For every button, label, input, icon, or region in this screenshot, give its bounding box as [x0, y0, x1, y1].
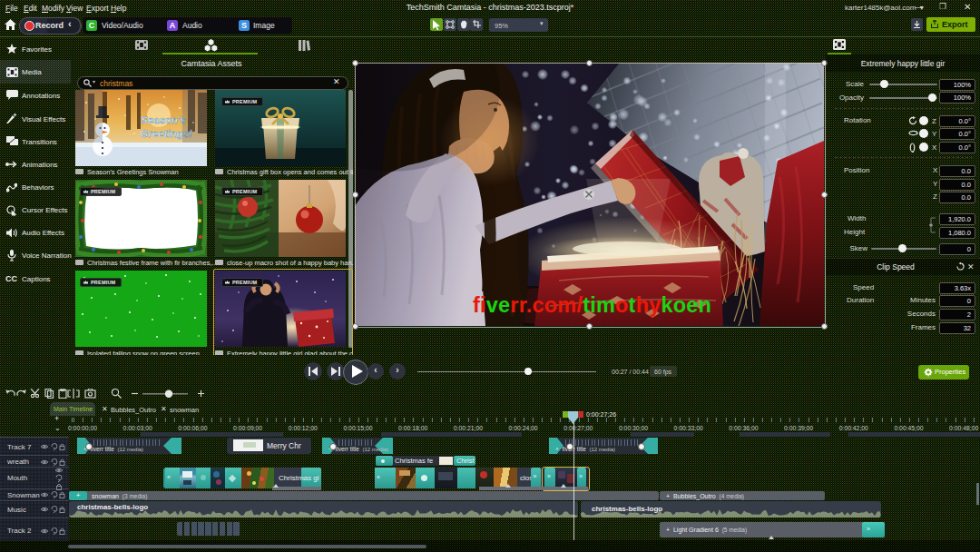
svg-text:Season's: Season's	[141, 114, 186, 125]
